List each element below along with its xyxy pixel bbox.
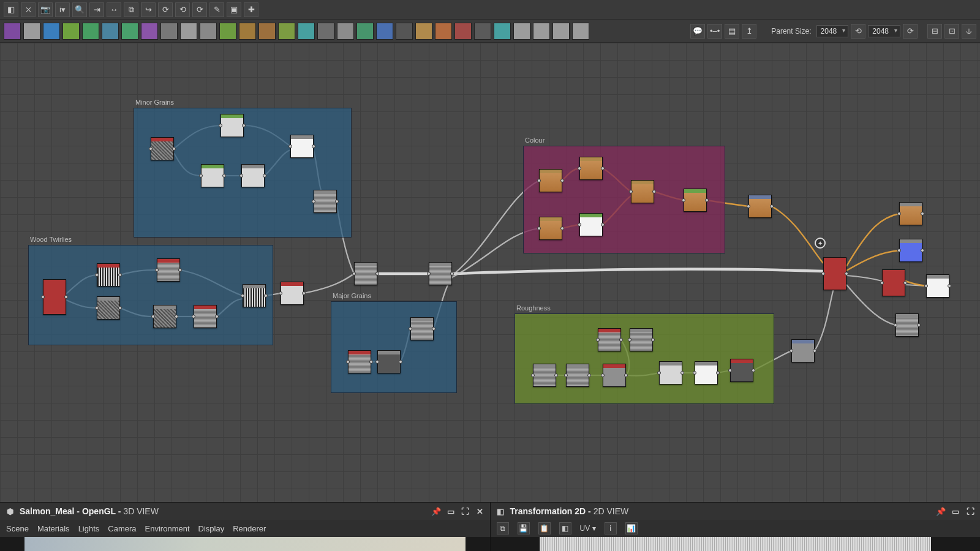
graph-node-21[interactable] [539, 217, 562, 240]
graph-node-35[interactable] [823, 257, 846, 290]
node-graph-canvas[interactable]: Minor GrainsWood TwirliesMajor GrainsCol… [0, 43, 980, 502]
pin-icon[interactable]: ↥ [742, 24, 756, 39]
node-palette-btn-14[interactable] [278, 23, 295, 40]
graph-node-4[interactable] [290, 135, 314, 158]
graph-node-16[interactable] [348, 350, 371, 373]
2d-tool-2[interactable]: 📋 [538, 522, 551, 534]
toolbar1-btn-14[interactable]: ✚ [244, 2, 258, 17]
2d-tool-4[interactable]: i [605, 522, 617, 534]
graph-node-27[interactable] [630, 328, 653, 351]
graph-node-3[interactable] [241, 164, 265, 187]
menu-scene[interactable]: Scene [6, 524, 29, 533]
graph-node-26[interactable] [598, 328, 621, 351]
node-palette-btn-12[interactable] [239, 23, 256, 40]
node-palette-btn-28[interactable] [552, 23, 570, 40]
sync-icon[interactable]: ⟲ [851, 24, 865, 39]
2d-tool-0[interactable]: ⧉ [497, 522, 509, 534]
toolbar1-btn-2[interactable]: 📷 [38, 2, 53, 17]
toolbar1-btn-6[interactable]: ↔ [107, 2, 121, 17]
toolbar1-btn-13[interactable]: ▣ [227, 2, 241, 17]
toolbar1-btn-1[interactable]: ⤫ [21, 2, 36, 17]
uv-dropdown[interactable]: UV ▾ [580, 524, 596, 533]
node-palette-btn-21[interactable] [415, 23, 432, 40]
node-palette-btn-4[interactable] [82, 23, 99, 40]
align-icon-3[interactable]: ⫝ [962, 24, 976, 39]
node-palette-btn-5[interactable] [102, 23, 119, 40]
node-palette-btn-6[interactable] [121, 23, 138, 40]
node-palette-btn-19[interactable] [376, 23, 393, 40]
toolbar1-btn-3[interactable]: i▾ [55, 2, 70, 17]
reset-icon[interactable]: ⟳ [903, 24, 918, 39]
pin-icon[interactable]: 📌 [936, 506, 946, 516]
node-palette-btn-23[interactable] [454, 23, 472, 40]
toolbar1-btn-7[interactable]: ⧉ [124, 2, 138, 17]
panel-3d-viewport[interactable] [0, 537, 490, 551]
graph-node-18[interactable] [410, 317, 434, 340]
node-palette-btn-1[interactable] [23, 23, 40, 40]
node-palette-btn-10[interactable] [200, 23, 217, 40]
graph-node-32[interactable] [695, 361, 718, 384]
graph-node-17[interactable] [377, 350, 401, 373]
graph-node-19[interactable] [539, 169, 562, 192]
graph-node-2[interactable] [201, 164, 224, 187]
node-palette-btn-26[interactable] [513, 23, 530, 40]
node-palette-btn-18[interactable] [356, 23, 374, 40]
minimize-icon[interactable]: ▭ [951, 506, 960, 516]
node-palette-btn-17[interactable] [337, 23, 354, 40]
menu-renderer[interactable]: Renderer [233, 524, 266, 533]
graph-node-5[interactable] [314, 190, 337, 213]
panel-2d-viewport[interactable] [491, 537, 981, 551]
node-palette-btn-20[interactable] [396, 23, 413, 40]
comment-icon[interactable]: 💬 [690, 24, 705, 39]
node-palette-btn-29[interactable] [572, 23, 589, 40]
graph-node-23[interactable] [631, 180, 654, 203]
graph-node-6[interactable] [43, 279, 66, 315]
graph-node-39[interactable] [899, 239, 922, 262]
graph-node-25[interactable] [748, 195, 772, 218]
graph-node-28[interactable] [533, 364, 556, 387]
graph-node-13[interactable] [281, 282, 304, 305]
align-icon-2[interactable]: ⊡ [944, 24, 959, 39]
graph-node-31[interactable] [659, 361, 682, 384]
graph-node-1[interactable] [221, 114, 244, 137]
frame-major-grains[interactable]: Major Grains [331, 301, 457, 393]
maximize-icon[interactable]: ⛶ [965, 506, 975, 516]
node-palette-btn-9[interactable] [180, 23, 197, 40]
graph-node-38[interactable] [899, 202, 922, 225]
graph-node-14[interactable] [354, 262, 377, 285]
graph-node-9[interactable] [157, 258, 180, 282]
graph-node-15[interactable] [429, 262, 452, 285]
toolbar1-btn-8[interactable]: ↪ [141, 2, 156, 17]
toolbar1-btn-0[interactable]: ◧ [4, 2, 18, 17]
graph-node-0[interactable] [151, 137, 174, 160]
node-palette-btn-16[interactable] [317, 23, 334, 40]
menu-display[interactable]: Display [198, 524, 225, 533]
parent-size-combo[interactable]: 2048 [816, 25, 849, 37]
node-palette-btn-3[interactable] [62, 23, 80, 40]
node-palette-btn-15[interactable] [298, 23, 315, 40]
toolbar1-btn-12[interactable]: ✎ [209, 2, 224, 17]
2d-tool-3[interactable]: ◧ [559, 522, 571, 534]
node-palette-btn-13[interactable] [258, 23, 276, 40]
2d-tool-1[interactable]: 💾 [518, 522, 530, 534]
node-palette-btn-25[interactable] [494, 23, 511, 40]
graph-node-20[interactable] [579, 157, 603, 180]
graph-node-24[interactable] [684, 189, 707, 212]
menu-lights[interactable]: Lights [78, 524, 100, 533]
graph-node-8[interactable] [97, 296, 120, 320]
graph-node-7[interactable] [97, 263, 120, 287]
graph-node-30[interactable] [603, 364, 626, 387]
menu-camera[interactable]: Camera [108, 524, 136, 533]
node-palette-btn-11[interactable] [219, 23, 236, 40]
menu-materials[interactable]: Materials [37, 524, 70, 533]
toolbar1-btn-5[interactable]: ⇥ [89, 2, 104, 17]
graph-node-40[interactable] [895, 313, 919, 337]
link-icon[interactable]: •–• [707, 24, 722, 39]
graph-node-37[interactable] [926, 274, 949, 298]
toolbar1-btn-4[interactable]: 🔍 [72, 2, 87, 17]
graph-node-12[interactable] [243, 284, 266, 307]
panel-icon[interactable]: ▤ [725, 24, 739, 39]
toolbar1-btn-9[interactable]: ⟳ [158, 2, 173, 17]
node-palette-btn-7[interactable] [141, 23, 158, 40]
graph-node-34[interactable] [791, 339, 815, 362]
